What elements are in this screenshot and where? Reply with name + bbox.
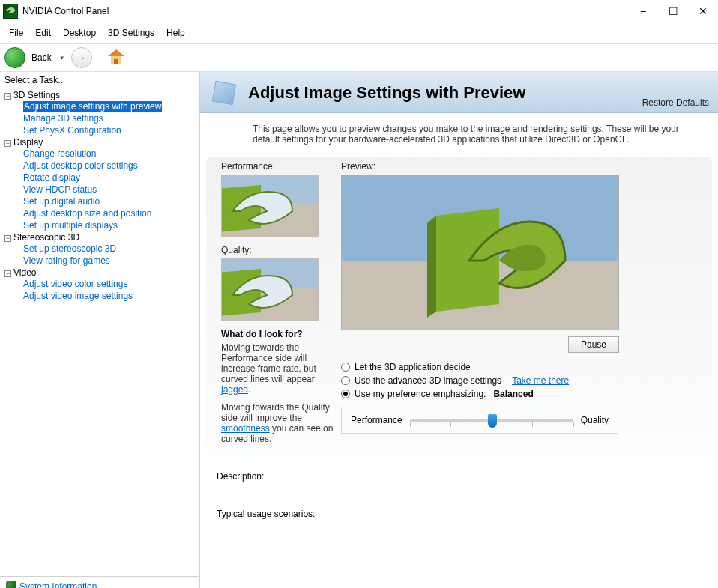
svg-marker-2	[436, 208, 499, 312]
sidebar-item-video-color[interactable]: Adjust video color settings	[23, 279, 127, 289]
sidebar-item-desktop-size-position[interactable]: Adjust desktop size and position	[23, 208, 151, 219]
usage-scenarios-label: Typical usage scenarios:	[217, 509, 702, 519]
sidebar-item-adjust-desktop-color[interactable]: Adjust desktop color settings	[23, 160, 138, 171]
radio-advanced-label: Use the advanced 3D image settings	[355, 375, 501, 386]
toolbar-separator	[100, 49, 100, 67]
tree-group-stereoscopic[interactable]: Stereoscopic 3D	[13, 232, 79, 243]
page-title: Adjust Image Settings with Preview	[248, 83, 525, 103]
minimize-button[interactable]: −	[628, 0, 658, 22]
sidebar-item-adjust-image-settings[interactable]: Adjust image settings with preview	[23, 101, 162, 112]
pause-button[interactable]: Pause	[568, 336, 619, 353]
sysinfo-icon	[6, 581, 16, 588]
tree-toggle[interactable]: −	[4, 140, 11, 147]
svg-marker-3	[427, 216, 436, 318]
description-label: Description:	[217, 471, 702, 482]
menu-desktop[interactable]: Desktop	[57, 25, 102, 40]
take-me-there-link[interactable]: Take me there	[512, 375, 569, 386]
toolbar: ← Back ▼ →	[0, 44, 718, 72]
slider-left-label: Performance	[351, 415, 402, 425]
nvidia-icon	[3, 4, 18, 19]
jagged-link[interactable]: jagged	[221, 384, 248, 395]
what-look-for-quality: Moving towards the Quality side will imp…	[221, 402, 334, 444]
page-icon	[209, 78, 239, 108]
preview-pane	[341, 175, 619, 330]
quality-thumbnail	[221, 258, 319, 321]
slider-thumb[interactable]	[488, 414, 497, 428]
what-look-for-header: What do I look for?	[221, 329, 334, 339]
menu-3d-settings[interactable]: 3D Settings	[102, 25, 160, 40]
menu-help[interactable]: Help	[160, 25, 191, 40]
radio-app-decide-label: Let the 3D application decide	[355, 362, 471, 372]
radio-app-decide[interactable]	[341, 363, 350, 372]
sidebar-item-view-rating-games[interactable]: View rating for games	[23, 255, 110, 266]
radio-preference-label: Use my preference emphasizing:	[355, 389, 486, 399]
close-button[interactable]: ✕	[688, 0, 718, 22]
sidebar-item-manage-3d-settings[interactable]: Manage 3D settings	[23, 113, 103, 124]
preference-slider[interactable]	[410, 419, 573, 422]
radio-preference[interactable]	[341, 390, 350, 398]
sidebar: Select a Task... −3D Settings Adjust ima…	[0, 72, 200, 588]
sidebar-item-multiple-displays[interactable]: Set up multiple displays	[23, 220, 118, 231]
tree-group-3d-settings[interactable]: 3D Settings	[13, 90, 60, 100]
restore-defaults-link[interactable]: Restore Defaults	[642, 97, 709, 108]
tree-group-display[interactable]: Display	[13, 137, 43, 148]
sidebar-item-video-image[interactable]: Adjust video image settings	[23, 291, 133, 301]
slider-right-label: Quality	[581, 415, 609, 425]
system-information-link[interactable]: System Information	[19, 581, 97, 588]
titlebar: NVIDIA Control Panel − ☐ ✕	[0, 0, 718, 22]
performance-label: Performance:	[221, 161, 334, 172]
tree-toggle[interactable]: −	[4, 93, 11, 100]
tree-toggle[interactable]: −	[4, 235, 11, 242]
tree-toggle[interactable]: −	[4, 270, 11, 277]
sidebar-item-change-resolution[interactable]: Change resolution	[23, 148, 96, 159]
menu-edit[interactable]: Edit	[29, 25, 57, 40]
radio-advanced[interactable]	[341, 376, 350, 385]
sidebar-item-set-physx[interactable]: Set PhysX Configuration	[23, 125, 121, 136]
task-tree: −3D Settings Adjust image settings with …	[0, 88, 199, 576]
what-look-for-perf: Moving towards the Performance side will…	[221, 342, 334, 395]
history-dropdown[interactable]: ▼	[56, 55, 68, 61]
main-panel: Adjust Image Settings with Preview Resto…	[200, 72, 718, 588]
menu-file[interactable]: File	[3, 25, 29, 40]
tree-group-video[interactable]: Video	[13, 267, 36, 278]
menubar: File Edit Desktop 3D Settings Help	[0, 22, 718, 44]
maximize-button[interactable]: ☐	[658, 0, 688, 22]
back-button[interactable]: ←	[4, 47, 25, 68]
sidebar-item-digital-audio[interactable]: Set up digital audio	[23, 196, 100, 207]
sidebar-item-view-hdcp[interactable]: View HDCP status	[23, 184, 97, 195]
page-intro: This page allows you to preview changes …	[200, 113, 718, 157]
sidebar-header: Select a Task...	[0, 72, 199, 88]
quality-label: Quality:	[221, 245, 334, 255]
smoothness-link[interactable]: smoothness	[221, 423, 270, 434]
sidebar-item-setup-stereo-3d[interactable]: Set up stereoscopic 3D	[23, 243, 116, 254]
preference-value: Balanced	[493, 389, 533, 399]
window-title: NVIDIA Control Panel	[22, 6, 628, 16]
preview-label: Preview:	[341, 161, 697, 172]
home-button[interactable]	[108, 49, 124, 66]
preference-slider-row: Performance Quality	[341, 407, 618, 434]
back-label: Back	[31, 52, 52, 63]
sidebar-item-rotate-display[interactable]: Rotate display	[23, 172, 80, 183]
forward-button[interactable]: →	[71, 47, 92, 68]
page-banner: Adjust Image Settings with Preview Resto…	[200, 72, 718, 113]
performance-thumbnail	[221, 175, 319, 237]
